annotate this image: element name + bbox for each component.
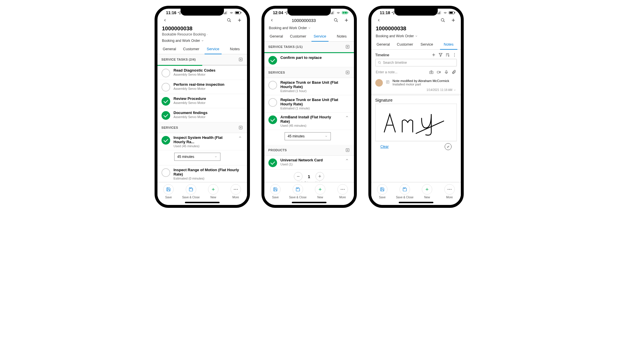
- tab-notes[interactable]: Notes: [438, 39, 460, 49]
- expand-toggle[interactable]: [237, 135, 243, 139]
- content-scroll[interactable]: SERVICE TASKS (1/1) Confirm part to repl…: [264, 42, 354, 182]
- save-button[interactable]: Save: [371, 184, 394, 199]
- service-checkbox[interactable]: [162, 136, 170, 145]
- more-button[interactable]: More: [224, 184, 247, 199]
- qty-decrease[interactable]: −: [294, 172, 302, 181]
- service-checkbox[interactable]: [268, 115, 277, 124]
- service-item[interactable]: Inspect System Health (Flat Hourly Ra...…: [157, 133, 247, 150]
- back-button[interactable]: [268, 17, 275, 24]
- expand-toggle[interactable]: [344, 158, 350, 161]
- add-button[interactable]: [236, 17, 243, 24]
- product-item[interactable]: Universal Network Card Used (1): [264, 156, 354, 170]
- task-item[interactable]: Document findings Assembly Servo Motor: [157, 108, 247, 122]
- task-item[interactable]: Confirm part to replace: [264, 53, 354, 67]
- service-item[interactable]: Inspect Range of Motion (Flat Hourly Rat…: [157, 165, 247, 182]
- attach-icon[interactable]: [452, 70, 456, 74]
- task-item[interactable]: Read Diagnostic Codes Assembly Servo Mot…: [157, 66, 247, 80]
- add-task-icon[interactable]: [345, 44, 350, 49]
- add-button[interactable]: [343, 17, 350, 24]
- camera-icon[interactable]: [429, 70, 434, 74]
- save-button[interactable]: Save: [157, 184, 180, 199]
- mic-icon[interactable]: [444, 70, 449, 74]
- tab-service[interactable]: Service: [309, 31, 331, 41]
- service-item[interactable]: ArmBand Install (Flat Hourly Rate) Used …: [264, 113, 354, 130]
- service-checkbox[interactable]: [268, 98, 277, 107]
- home-indicator[interactable]: [399, 202, 433, 203]
- tab-customer[interactable]: Customer: [394, 39, 416, 49]
- tab-service[interactable]: Service: [202, 44, 224, 54]
- save-button[interactable]: Save: [264, 184, 287, 199]
- content-scroll[interactable]: SERVICE TASKS (2/4) Read Diagnostic Code…: [157, 54, 247, 182]
- timeline-search[interactable]: Search timeline: [375, 59, 457, 66]
- tab-general[interactable]: General: [266, 31, 287, 41]
- chevron-down-icon: [201, 39, 204, 42]
- task-checkbox[interactable]: [162, 83, 170, 92]
- svg-rect-15: [333, 12, 333, 14]
- task-item[interactable]: Review Procedure Assembly Servo Motor: [157, 94, 247, 108]
- service-item[interactable]: Replace Trunk or Base Unit (Flat Hourly …: [264, 95, 354, 113]
- tab-general[interactable]: General: [159, 44, 181, 54]
- tab-general[interactable]: General: [372, 39, 394, 49]
- timeline-add-icon[interactable]: [431, 53, 436, 57]
- add-service-icon[interactable]: [345, 70, 350, 75]
- add-button[interactable]: [450, 17, 457, 24]
- service-checkbox[interactable]: [268, 81, 277, 89]
- back-button[interactable]: [162, 17, 168, 24]
- signature-pad[interactable]: [375, 104, 457, 141]
- confirm-signature[interactable]: [445, 143, 452, 150]
- task-item[interactable]: Perform real-time inspection Assembly Se…: [157, 80, 247, 94]
- qty-increase[interactable]: +: [316, 172, 324, 181]
- record-title: 1000000038: [376, 25, 456, 32]
- new-button[interactable]: New: [416, 184, 439, 199]
- duration-dropdown[interactable]: 45 minutes: [285, 132, 331, 140]
- task-checkbox[interactable]: [162, 111, 170, 120]
- more-button[interactable]: More: [438, 184, 461, 199]
- add-product-icon[interactable]: [345, 148, 350, 152]
- more-button[interactable]: More: [331, 184, 354, 199]
- tab-notes[interactable]: Notes: [331, 31, 353, 41]
- chevron-down-icon: [415, 35, 418, 38]
- form-selector[interactable]: Booking and Work Order: [371, 33, 461, 39]
- search-button[interactable]: [439, 17, 446, 24]
- sort-icon[interactable]: [445, 53, 450, 57]
- save-close-button[interactable]: Save & Close: [180, 184, 202, 199]
- content-scroll[interactable]: Timeline Search timeline Enter a note...…: [371, 50, 461, 182]
- search-button[interactable]: [333, 17, 339, 24]
- video-icon[interactable]: [437, 70, 441, 74]
- task-checkbox[interactable]: [268, 56, 277, 65]
- tab-service[interactable]: Service: [416, 39, 438, 49]
- add-service-icon[interactable]: [238, 125, 243, 130]
- note-input[interactable]: Enter a note...: [375, 69, 457, 76]
- home-indicator[interactable]: [185, 202, 220, 203]
- expand-toggle[interactable]: [344, 115, 350, 118]
- save-close-button[interactable]: Save & Close: [287, 184, 309, 199]
- tab-notes[interactable]: Notes: [224, 44, 246, 54]
- form-selector[interactable]: Booking and Work Order: [264, 25, 354, 31]
- svg-rect-5: [235, 12, 239, 14]
- timeline-entry[interactable]: Note modified by Abraham McCormick Insta…: [371, 78, 461, 88]
- filter-icon[interactable]: [438, 53, 443, 57]
- task-checkbox[interactable]: [162, 69, 170, 77]
- duration-dropdown[interactable]: 45 minutes: [174, 153, 220, 161]
- more-vertical-icon[interactable]: [452, 53, 457, 57]
- search-button[interactable]: [226, 17, 233, 24]
- tab-customer[interactable]: Customer: [287, 31, 309, 41]
- service-item[interactable]: Replace Trunk or Base Unit (Flat Hourly …: [264, 78, 354, 95]
- form-selector[interactable]: Booking and Work Order: [157, 38, 247, 44]
- product-checkbox[interactable]: [268, 158, 277, 167]
- service-checkbox[interactable]: [162, 168, 170, 177]
- back-button[interactable]: [375, 17, 382, 24]
- add-task-icon[interactable]: [238, 57, 243, 62]
- save-close-button[interactable]: Save & Close: [394, 184, 416, 199]
- save-icon: [273, 187, 278, 192]
- tab-customer[interactable]: Customer: [180, 44, 202, 54]
- note-timestamp: 1/14/2021 11:18 AM: [371, 88, 461, 94]
- clear-signature[interactable]: Clear: [381, 145, 389, 149]
- task-checkbox[interactable]: [162, 97, 170, 106]
- home-indicator[interactable]: [292, 202, 326, 203]
- new-button[interactable]: New: [202, 184, 225, 199]
- chevron-down-icon[interactable]: [453, 89, 456, 92]
- new-button[interactable]: New: [309, 184, 332, 199]
- avatar: [375, 79, 383, 87]
- battery-charging-icon: [342, 11, 349, 14]
